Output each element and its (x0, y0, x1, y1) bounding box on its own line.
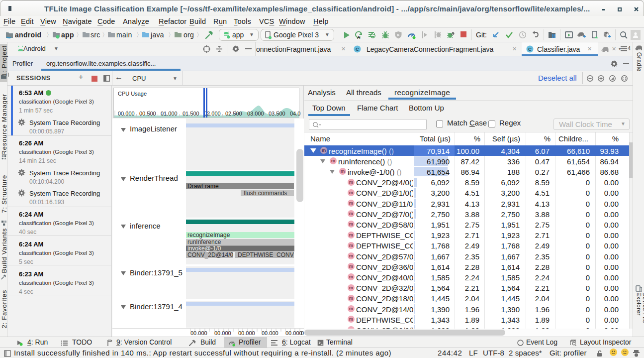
svg-text:C: C (356, 46, 359, 52)
svg-text:C: C (528, 46, 532, 52)
svg-text:A: A (357, 35, 361, 39)
